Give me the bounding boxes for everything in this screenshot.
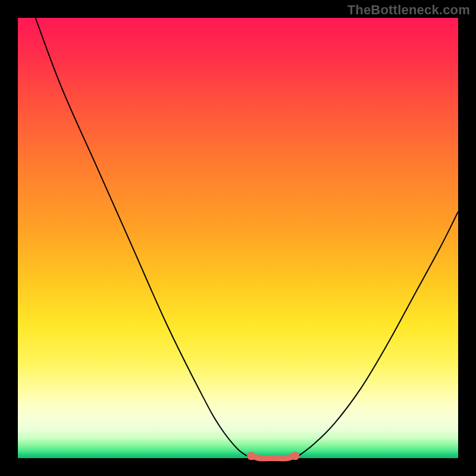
right-curve	[295, 212, 458, 458]
plot-area	[18, 18, 458, 458]
chart-frame: TheBottleneck.com	[0, 0, 476, 476]
curve-layer	[18, 18, 458, 458]
left-curve	[36, 18, 252, 458]
trough-segment	[251, 456, 295, 458]
trough-end-left	[247, 452, 255, 460]
watermark-text: TheBottleneck.com	[347, 2, 470, 18]
trough-end-right	[291, 452, 299, 460]
